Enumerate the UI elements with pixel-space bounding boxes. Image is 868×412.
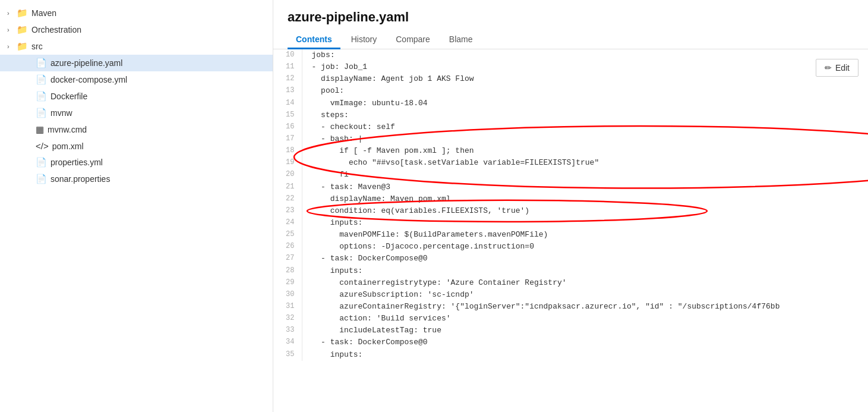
line-code: if [ -f Maven pom.xml ]; then <box>302 145 868 157</box>
line-number: 12 <box>273 73 302 85</box>
line-code: inputs: <box>302 265 868 277</box>
code-line-29: 29 containerregistrytype: 'Azure Contain… <box>273 277 868 289</box>
code-line-19: 19 echo "##vso[task.setVariable variable… <box>273 157 868 169</box>
code-line-28: 28 inputs: <box>273 265 868 277</box>
code-line-20: 20 fi <box>273 169 868 181</box>
line-number: 31 <box>273 301 302 313</box>
sidebar-item-label: Orchestration <box>31 25 81 34</box>
code-line-23: 23 condition: eq(variables.FILEEXISTS, '… <box>273 205 868 217</box>
line-number: 30 <box>273 289 302 301</box>
line-number: 33 <box>273 325 302 336</box>
folder-icon: 📁 <box>17 41 28 52</box>
code-line-26: 26 options: -Djacoco.percentage.instruct… <box>273 241 868 253</box>
file-icon: 📄 <box>36 157 47 168</box>
code-line-14: 14 vmImage: ubuntu-18.04 <box>273 98 868 109</box>
line-code: vmImage: ubuntu-18.04 <box>302 98 868 109</box>
code-line-32: 32 action: 'Build services' <box>273 313 868 325</box>
code-line-17: 17 - bash: | <box>273 133 868 145</box>
sidebar-item-src[interactable]: ›📁src <box>0 38 273 55</box>
line-number: 18 <box>273 145 302 157</box>
code-line-22: 22 displayName: Maven pom.xml <box>273 193 868 205</box>
tab-bar: ContentsHistoryCompareBlame <box>288 31 854 49</box>
sidebar-item-dockerfile[interactable]: 📄Dockerfile <box>0 88 273 105</box>
line-code: steps: <box>302 109 868 121</box>
line-code: azureContainerRegistry: '{"loginServer":… <box>302 301 868 313</box>
line-code: jobs: <box>302 49 868 61</box>
line-code: - task: DockerCompose@0 <box>302 253 868 265</box>
line-code: - bash: | <box>302 133 868 145</box>
xml-icon: </> <box>36 141 49 151</box>
sidebar-item-label: pom.xml <box>52 141 84 151</box>
code-line-31: 31 azureContainerRegistry: '{"loginServe… <box>273 301 868 313</box>
code-line-16: 16 - checkout: self <box>273 121 868 133</box>
line-number: 35 <box>273 349 302 361</box>
line-code: echo "##vso[task.setVariable variable=FI… <box>302 157 868 169</box>
line-number: 26 <box>273 241 302 253</box>
line-code: inputs: <box>302 349 868 361</box>
sidebar-item-azure-pipeline-yaml[interactable]: 📄azure-pipeline.yaml <box>0 55 273 71</box>
sidebar-item-label: sonar.properties <box>50 174 110 184</box>
sidebar-item-label: properties.yml <box>50 158 103 167</box>
line-number: 14 <box>273 98 302 109</box>
sidebar-item-sonar-properties[interactable]: 📄sonar.properties <box>0 171 273 187</box>
line-number: 20 <box>273 169 302 181</box>
code-line-10: 10jobs: <box>273 49 868 61</box>
sidebar-item-docker-compose-yml[interactable]: 📄docker-compose.yml <box>0 71 273 88</box>
chevron-icon: › <box>7 26 17 33</box>
tab-blame[interactable]: Blame <box>441 31 481 49</box>
folder-icon: 📁 <box>17 24 28 35</box>
folder-icon: 📁 <box>17 8 28 18</box>
line-number: 25 <box>273 229 302 241</box>
code-line-15: 15 steps: <box>273 109 868 121</box>
main-header: azure-pipeline.yaml ContentsHistoryCompa… <box>273 0 868 49</box>
code-line-27: 27 - task: DockerCompose@0 <box>273 253 868 265</box>
chevron-icon: › <box>7 43 17 50</box>
sidebar-item-label: src <box>31 42 43 51</box>
file-icon: 📄 <box>36 58 47 68</box>
line-code: - task: DockerCompose@0 <box>302 336 868 348</box>
sidebar-item-mvnw-cmd[interactable]: ▦mvnw.cmd <box>0 121 273 138</box>
line-number: 11 <box>273 61 302 73</box>
line-code: includeLatestTag: true <box>302 325 868 336</box>
sidebar-item-label: mvnw <box>50 108 72 118</box>
line-code: displayName: Maven pom.xml <box>302 193 868 205</box>
code-line-35: 35 inputs: <box>273 349 868 361</box>
sidebar-item-label: Dockerfile <box>50 92 87 101</box>
line-number: 10 <box>273 49 302 61</box>
file-icon: 📄 <box>36 108 47 118</box>
code-container[interactable]: 10jobs:11- job: Job_112 displayName: Age… <box>273 49 868 412</box>
tab-contents[interactable]: Contents <box>288 31 340 49</box>
line-code: - checkout: self <box>302 121 868 133</box>
tab-compare[interactable]: Compare <box>387 31 438 49</box>
line-number: 15 <box>273 109 302 121</box>
tab-history[interactable]: History <box>343 31 386 49</box>
code-line-12: 12 displayName: Agent job 1 AKS Flow <box>273 73 868 85</box>
chevron-icon: › <box>7 10 17 17</box>
code-table: 10jobs:11- job: Job_112 displayName: Age… <box>273 49 868 361</box>
sidebar-item-label: Maven <box>31 8 56 18</box>
line-code: - task: Maven@3 <box>302 181 868 193</box>
line-number: 13 <box>273 85 302 97</box>
line-code: - job: Job_1 <box>302 61 868 73</box>
line-code: mavenPOMFile: $(BuildParameters.mavenPOM… <box>302 229 868 241</box>
sidebar-item-orchestration[interactable]: ›📁Orchestration <box>0 21 273 38</box>
sidebar-item-mvnw[interactable]: 📄mvnw <box>0 105 273 121</box>
file-icon: 📄 <box>36 74 47 85</box>
line-number: 23 <box>273 205 302 217</box>
code-line-11: 11- job: Job_1 <box>273 61 868 73</box>
sidebar-item-maven[interactable]: ›📁Maven <box>0 5 273 21</box>
line-code: containerregistrytype: 'Azure Container … <box>302 277 868 289</box>
line-number: 17 <box>273 133 302 145</box>
line-number: 34 <box>273 336 302 348</box>
line-code: options: -Djacoco.percentage.instruction… <box>302 241 868 253</box>
line-number: 24 <box>273 217 302 229</box>
code-line-24: 24 inputs: <box>273 217 868 229</box>
line-number: 28 <box>273 265 302 277</box>
line-code: fi <box>302 169 868 181</box>
code-line-25: 25 mavenPOMFile: $(BuildParameters.maven… <box>273 229 868 241</box>
line-number: 19 <box>273 157 302 169</box>
sidebar-item-pom-xml[interactable]: </>pom.xml <box>0 138 273 154</box>
sidebar-item-properties-yml[interactable]: 📄properties.yml <box>0 154 273 171</box>
line-number: 29 <box>273 277 302 289</box>
line-number: 21 <box>273 181 302 193</box>
